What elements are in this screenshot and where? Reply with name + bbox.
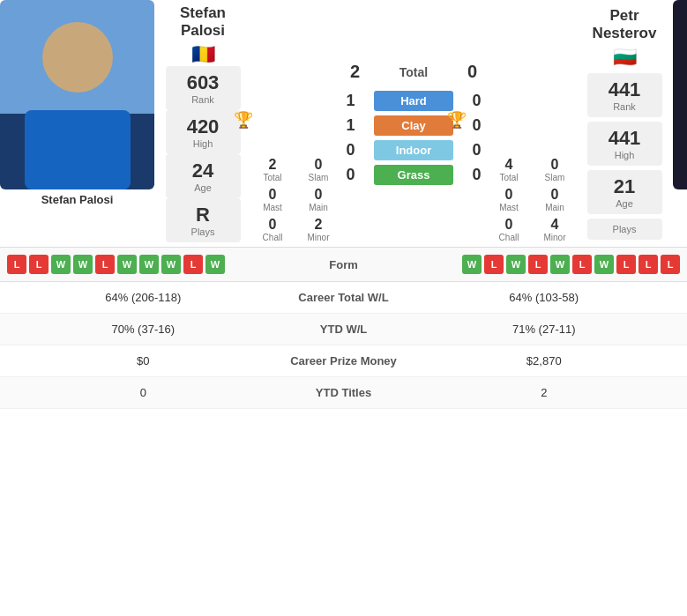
form-badge: L <box>528 255 548 274</box>
grass-left: 0 <box>340 166 362 184</box>
p1-slam: 0 Slam <box>299 157 338 182</box>
total-label: Total <box>378 65 449 79</box>
player1-photo <box>0 0 154 189</box>
p2-mast-lbl: Mast <box>499 203 519 212</box>
form-badge: W <box>462 255 482 274</box>
titles-row: 0 YTD Titles 2 <box>0 377 687 409</box>
stats-section: 64% (206-118) Career Total W/L 64% (103-… <box>0 282 687 409</box>
p2-trophy-icon: 🏆 <box>447 110 467 130</box>
p1-chall: 0 Chall <box>253 217 292 242</box>
p2-main-lbl: Main <box>545 203 564 212</box>
p2-total: 4 Total <box>489 157 528 182</box>
player2-age-lbl: Age <box>594 198 655 209</box>
p2-main-val: 0 <box>551 187 559 203</box>
p2-mast: 0 Mast <box>489 187 528 212</box>
p2-ytd-titles: 2 <box>414 386 675 399</box>
indoor-badge: Indoor <box>374 140 453 160</box>
player2-rank-box: 441 Rank <box>587 73 662 117</box>
p1-slam-val: 0 <box>315 157 323 173</box>
total-row: 2 Total 0 <box>340 62 488 82</box>
p2-total-val: 4 <box>505 157 513 173</box>
player1-record: 2 Total 0 Slam 0 Mast 0 Main 0 Chall <box>251 0 340 247</box>
total-right: 0 <box>461 62 483 82</box>
form-badge: W <box>550 255 570 274</box>
hard-badge: Hard <box>374 91 453 111</box>
p1-chall-lbl: Chall <box>263 233 283 242</box>
player2-rank-val: 441 <box>594 78 655 101</box>
player1-age-box: 24 Age <box>166 154 241 198</box>
player1-age-lbl: Age <box>173 182 234 193</box>
form-badge: L <box>183 255 203 274</box>
player1-high-lbl: High <box>173 138 234 149</box>
player1-photo-container: Stefan Palosi <box>0 0 154 247</box>
player1-plays-lbl: Plays <box>173 226 234 237</box>
prize-row: $0 Career Prize Money $2,870 <box>0 345 687 377</box>
form-badge: L <box>616 255 636 274</box>
player2-high-lbl: High <box>594 150 655 160</box>
form-badge: L <box>572 255 592 274</box>
player2-age-box: 21 Age <box>587 170 662 214</box>
player1-rank-val: 603 <box>173 71 234 94</box>
p2-minor-val: 4 <box>551 217 559 233</box>
p1-mast-val: 0 <box>269 187 277 203</box>
p2-minor-lbl: Minor <box>543 233 565 242</box>
p2-prize: $2,870 <box>414 354 675 367</box>
grass-badge: Grass <box>374 165 453 185</box>
player1-high-val: 420 <box>173 115 234 138</box>
form-badge: W <box>139 255 159 274</box>
p2-minor: 4 Minor <box>535 217 574 242</box>
player2-rank-lbl: Rank <box>594 101 655 112</box>
p1-total-val: 2 <box>269 157 277 173</box>
form-badge: L <box>29 255 49 274</box>
player2-record: 4 Total 0 Slam 0 Mast 0 Main 0 Chall <box>488 0 576 247</box>
p2-slam-lbl: Slam <box>545 173 565 182</box>
player2-plays-lbl: Plays <box>594 224 655 234</box>
form-badge: W <box>51 255 71 274</box>
ytd-wl-label: YTD W/L <box>273 323 414 336</box>
prize-label: Career Prize Money <box>273 354 414 367</box>
form-badge: W <box>117 255 137 274</box>
player1-name-below: Stefan Palosi <box>0 189 154 210</box>
p1-minor-lbl: Minor <box>307 233 329 242</box>
hard-left: 1 <box>340 92 362 110</box>
p2-chall: 0 Chall <box>489 217 528 242</box>
p2-chall-lbl: Chall <box>499 233 519 242</box>
p1-ytd-titles: 0 <box>13 386 273 399</box>
player1-form: LLWWLWWWLW <box>7 255 291 274</box>
p2-slam-val: 0 <box>551 157 559 173</box>
p2-chall-val: 0 <box>505 217 513 233</box>
form-badge: W <box>73 255 93 274</box>
form-badge: W <box>205 255 225 274</box>
p1-trophy-icon: 🏆 <box>234 110 253 130</box>
form-badge: W <box>506 255 526 274</box>
player1-age-val: 24 <box>173 160 234 182</box>
player2-name-below: Petr Nesterov <box>673 189 687 210</box>
p1-mast-lbl: Mast <box>263 203 282 212</box>
player2-photo-container: Petr Nesterov <box>673 0 687 247</box>
p2-slam: 0 Slam <box>535 157 574 182</box>
p1-minor: 2 Minor <box>299 217 338 242</box>
p2-total-lbl: Total <box>499 173 518 182</box>
player2-name: Petr Nesterov <box>578 7 671 42</box>
p2-main: 0 Main <box>535 187 574 212</box>
p2-mast-val: 0 <box>505 187 513 203</box>
player1-rank-lbl: Rank <box>173 94 234 105</box>
career-wl-label: Career Total W/L <box>273 291 414 304</box>
player2-age-val: 21 <box>594 175 655 198</box>
indoor-left: 0 <box>340 141 362 160</box>
grass-right: 0 <box>466 166 488 184</box>
player2-high-box: 441 High <box>587 122 662 166</box>
player1-name: Stefan Palosi <box>156 4 250 40</box>
form-badge: W <box>161 255 181 274</box>
form-badge: L <box>484 255 504 274</box>
p1-chall-val: 0 <box>269 217 277 233</box>
form-section: LLWWLWWWLW Form WLWLWLWLLL <box>0 248 687 282</box>
player2-photo <box>673 0 687 189</box>
main-wrapper: Stefan Palosi Stefan Palosi 🇷🇴 603 Rank … <box>0 0 687 409</box>
p1-ytd-wl: 70% (37-16) <box>13 323 273 336</box>
p1-slam-lbl: Slam <box>309 173 329 182</box>
form-badge: L <box>7 255 26 274</box>
form-badge: L <box>95 255 115 274</box>
form-badge: L <box>661 255 680 274</box>
p1-total-lbl: Total <box>263 173 281 182</box>
